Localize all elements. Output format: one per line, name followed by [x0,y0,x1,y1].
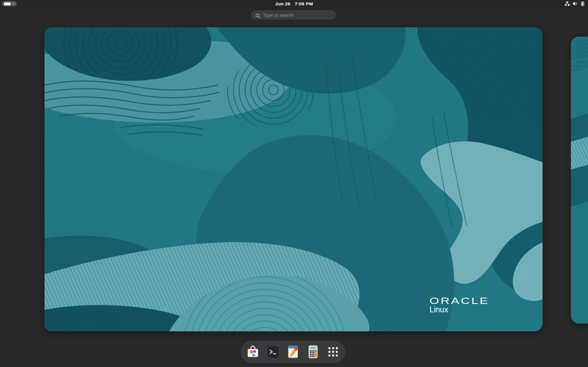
search-input[interactable] [251,10,336,20]
next-workspace-wallpaper [571,37,588,324]
dock-app-grid-button[interactable] [324,342,342,362]
workspace-indicator[interactable] [2,1,17,6]
clock-button[interactable]: Jun 26 7:09 PM [275,0,313,7]
dash-dock [241,341,345,363]
linux-label: Linux [430,306,487,314]
clock-time: 7:09 PM [294,1,313,6]
dock-text-editor-button[interactable] [284,342,302,362]
workspace-dot [13,3,14,4]
app-grid-icon [325,344,341,360]
calculator-icon [305,344,321,360]
dock-calculator-button[interactable] [304,342,322,362]
workspace-preview-current[interactable]: ORACLE Linux [45,27,543,331]
oracle-linux-logo: ORACLE Linux [430,295,487,314]
network-wired-icon [565,1,570,6]
search-bar [251,10,336,19]
workspace-active-pill [4,2,11,5]
top-bar: Jun 26 7:09 PM [0,0,588,7]
clock-date: Jun 26 [275,1,290,6]
workspace-preview-next[interactable] [571,37,588,324]
terminal-icon [265,344,281,360]
battery-icon [580,1,585,6]
quick-settings-button[interactable] [563,0,587,7]
oracle-wordmark: ORACLE [430,296,490,306]
oracle-wallpaper [45,27,543,331]
dock-software-button[interactable] [244,342,262,362]
volume-icon [572,1,578,6]
text-editor-icon [285,344,301,360]
dock-terminal-button[interactable] [264,342,282,362]
software-store-icon [245,344,261,360]
